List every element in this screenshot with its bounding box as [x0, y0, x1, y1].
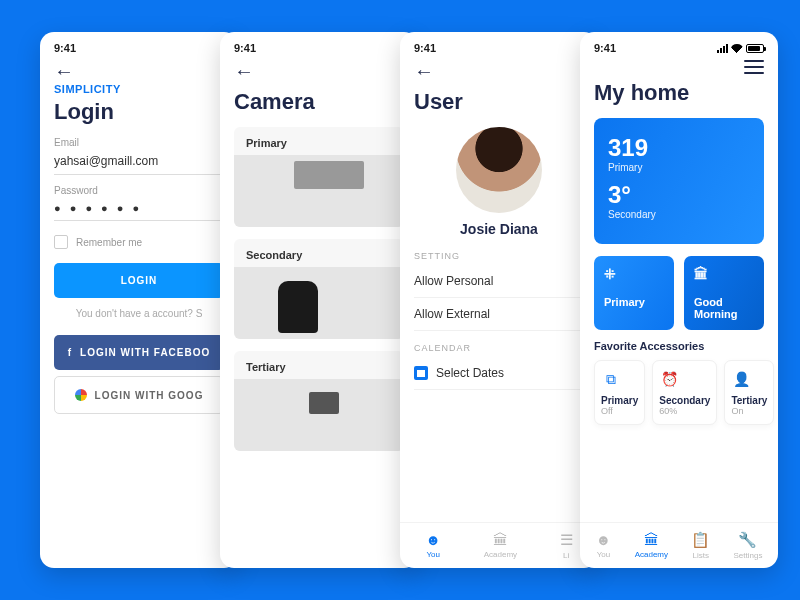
status-icons	[717, 44, 764, 53]
password-field[interactable]: ● ● ● ● ● ●	[54, 196, 224, 221]
password-label: Password	[54, 185, 224, 196]
favorite-item[interactable]: ⧉PrimaryOff	[594, 360, 645, 425]
login-screen: 9:41 ← SIMPLICITY Login Email Password ●…	[40, 32, 238, 568]
camera-thumbnail	[234, 379, 404, 451]
clock-icon: ⏰	[659, 369, 679, 389]
section-header: CALENDAR	[414, 343, 584, 353]
login-button[interactable]: LOGIN	[54, 263, 224, 298]
camera-screen: 9:41 ← Camera Primary Secondary Tertiary	[220, 32, 418, 568]
favorites-header: Favorite Accessories	[594, 340, 764, 352]
login-facebook-button[interactable]: fLOGIN WITH FACEBOO	[54, 335, 224, 370]
page-title: My home	[594, 80, 764, 106]
status-time: 9:41	[414, 42, 436, 54]
hero-value-secondary: 3°	[608, 181, 750, 209]
bank-icon: 🏛	[694, 266, 754, 282]
back-button[interactable]: ←	[220, 58, 418, 85]
hero-card[interactable]: 319 Primary 3° Secondary	[594, 118, 764, 244]
email-label: Email	[54, 137, 224, 148]
expand-icon: ⁜	[604, 266, 664, 282]
camera-thumbnail	[234, 267, 404, 339]
tab-you[interactable]: ☻You	[596, 531, 612, 560]
wallet-icon: ⧉	[601, 369, 621, 389]
calendar-row[interactable]: Select Dates	[414, 357, 584, 390]
camera-card[interactable]: Primary	[234, 127, 404, 227]
tab-bar: ☻You 🏛Academy 📋Lists 🔧Settings	[580, 522, 778, 568]
google-icon	[75, 389, 87, 401]
hero-value-primary: 319	[608, 134, 750, 162]
tile-good-morning[interactable]: 🏛Good Morning	[684, 256, 764, 330]
back-button[interactable]: ←	[400, 58, 598, 85]
camera-card[interactable]: Secondary	[234, 239, 404, 339]
tab-you[interactable]: ☻You	[425, 531, 441, 560]
person-icon: 👤	[731, 369, 751, 389]
favorite-item[interactable]: 👤TertiaryOn	[724, 360, 774, 425]
brand-label: SIMPLICITY	[40, 83, 238, 95]
setting-row[interactable]: Allow Personal	[414, 265, 584, 298]
menu-button[interactable]	[730, 58, 778, 76]
tab-academy[interactable]: 🏛Academy	[484, 531, 517, 560]
user-screen: 9:41 ← User Josie Diana SETTING Allow Pe…	[400, 32, 598, 568]
section-header: SETTING	[414, 251, 584, 261]
user-name: Josie Diana	[414, 221, 584, 237]
status-time: 9:41	[54, 42, 76, 54]
email-field[interactable]	[54, 148, 224, 175]
favorite-item[interactable]: ⏰Secondary60%	[652, 360, 717, 425]
login-google-button[interactable]: LOGIN WITH GOOG	[54, 376, 224, 414]
home-screen: 9:41 My home 319 Primary 3° Secondary ⁜P…	[580, 32, 778, 568]
page-title: Camera	[234, 89, 404, 115]
remember-checkbox[interactable]: Remember me	[54, 235, 224, 249]
setting-row[interactable]: Allow External	[414, 298, 584, 331]
avatar[interactable]	[456, 127, 542, 213]
signup-hint[interactable]: You don't have a account? S	[54, 308, 224, 319]
page-title: Login	[54, 99, 224, 125]
status-time: 9:41	[234, 42, 256, 54]
tab-lists[interactable]: 📋Lists	[691, 531, 710, 560]
camera-card[interactable]: Tertiary	[234, 351, 404, 451]
tab-bar: ☻You 🏛Academy ☰Li	[400, 522, 598, 568]
tab-settings[interactable]: 🔧Settings	[733, 531, 762, 560]
calendar-icon	[414, 366, 428, 380]
tab-academy[interactable]: 🏛Academy	[635, 531, 668, 560]
status-time: 9:41	[594, 42, 616, 54]
tab-lists[interactable]: ☰Li	[560, 531, 573, 560]
camera-thumbnail	[234, 155, 404, 227]
page-title: User	[414, 89, 584, 115]
tile-primary[interactable]: ⁜Primary	[594, 256, 674, 330]
back-button[interactable]: ←	[40, 58, 238, 85]
